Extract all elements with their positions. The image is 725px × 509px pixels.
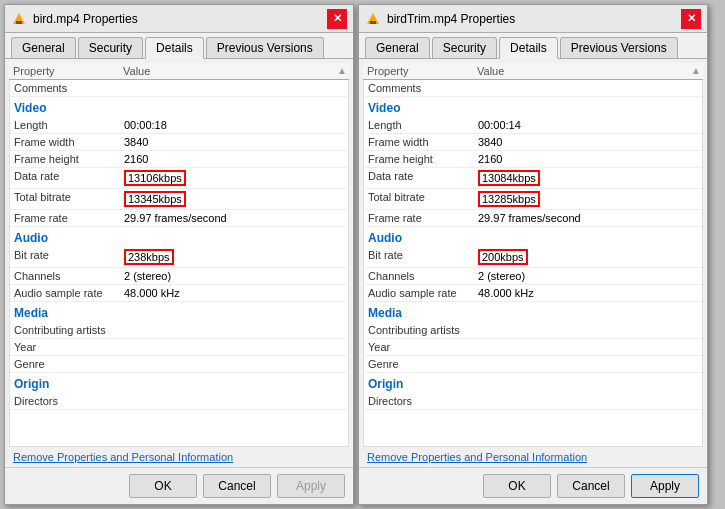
- row-frameheight-1: Frame height 2160: [10, 151, 348, 168]
- vlc-icon-1: [11, 11, 27, 27]
- tab-details-1[interactable]: Details: [145, 37, 204, 59]
- col-value-2: Value: [473, 63, 508, 79]
- row-channels-2: Channels 2 (stereo): [364, 268, 702, 285]
- title-bar-1: bird.mp4 Properties ✕: [5, 5, 353, 33]
- tab-prev-versions-2[interactable]: Previous Versions: [560, 37, 678, 58]
- svg-rect-1: [16, 21, 22, 24]
- row-directors-2: Directors: [364, 393, 702, 410]
- column-headers-1: Property Value ▲: [9, 63, 349, 80]
- dialog-title-2: birdTrim.mp4 Properties: [387, 12, 515, 26]
- close-button-2[interactable]: ✕: [681, 9, 701, 29]
- row-comments-2: Comments: [364, 80, 702, 97]
- totalbitrate-value-1: 13345kbps: [124, 191, 186, 207]
- row-artists-2: Contributing artists: [364, 322, 702, 339]
- col-value-1: Value: [119, 63, 154, 79]
- totalbitrate-value-2: 13285kbps: [478, 191, 540, 207]
- svg-rect-3: [370, 21, 376, 24]
- col-property-1: Property: [9, 63, 119, 79]
- title-bar-left-2: birdTrim.mp4 Properties: [365, 11, 515, 27]
- tab-security-2[interactable]: Security: [432, 37, 497, 58]
- datarate-value-1: 13106kbps: [124, 170, 186, 186]
- row-totalbitrate-2: Total bitrate 13285kbps: [364, 189, 702, 210]
- section-audio-2: Audio: [364, 227, 702, 247]
- close-button-1[interactable]: ✕: [327, 9, 347, 29]
- section-media-1: Media: [10, 302, 348, 322]
- dialog-title-1: bird.mp4 Properties: [33, 12, 138, 26]
- row-framewidth-2: Frame width 3840: [364, 134, 702, 151]
- row-comments-1: Comments: [10, 80, 348, 97]
- section-audio-1: Audio: [10, 227, 348, 247]
- remove-properties-link-1[interactable]: Remove Properties and Personal Informati…: [13, 451, 233, 463]
- tab-general-2[interactable]: General: [365, 37, 430, 58]
- title-bar-2: birdTrim.mp4 Properties ✕: [359, 5, 707, 33]
- row-framerate-2: Frame rate 29.97 frames/second: [364, 210, 702, 227]
- row-year-1: Year: [10, 339, 348, 356]
- row-framewidth-1: Frame width 3840: [10, 134, 348, 151]
- col-property-2: Property: [363, 63, 473, 79]
- row-directors-1: Directors: [10, 393, 348, 410]
- apply-button-1[interactable]: Apply: [277, 474, 345, 498]
- dialog-birdtrim: birdTrim.mp4 Properties ✕ General Securi…: [358, 4, 708, 505]
- tabs-1: General Security Details Previous Versio…: [5, 33, 353, 59]
- section-media-2: Media: [364, 302, 702, 322]
- dialog-bird: bird.mp4 Properties ✕ General Security D…: [4, 4, 354, 505]
- row-datarate-2: Data rate 13084kbps: [364, 168, 702, 189]
- column-headers-2: Property Value ▲: [363, 63, 703, 80]
- row-length-1: Length 00:00:18: [10, 117, 348, 134]
- row-year-2: Year: [364, 339, 702, 356]
- row-length-2: Length 00:00:14: [364, 117, 702, 134]
- title-bar-left-1: bird.mp4 Properties: [11, 11, 138, 27]
- properties-scroll-2[interactable]: Comments Video Length 00:00:14 Frame wid…: [363, 80, 703, 447]
- tab-general-1[interactable]: General: [11, 37, 76, 58]
- apply-button-2[interactable]: Apply: [631, 474, 699, 498]
- bitrate-value-2: 200kbps: [478, 249, 528, 265]
- section-origin-2: Origin: [364, 373, 702, 393]
- row-framerate-1: Frame rate 29.97 frames/second: [10, 210, 348, 227]
- tabs-2: General Security Details Previous Versio…: [359, 33, 707, 59]
- row-channels-1: Channels 2 (stereo): [10, 268, 348, 285]
- section-origin-1: Origin: [10, 373, 348, 393]
- tab-prev-versions-1[interactable]: Previous Versions: [206, 37, 324, 58]
- row-genre-1: Genre: [10, 356, 348, 373]
- ok-button-2[interactable]: OK: [483, 474, 551, 498]
- section-video-2: Video: [364, 97, 702, 117]
- row-frameheight-2: Frame height 2160: [364, 151, 702, 168]
- row-samplerate-2: Audio sample rate 48.000 kHz: [364, 285, 702, 302]
- cancel-button-2[interactable]: Cancel: [557, 474, 625, 498]
- tab-details-2[interactable]: Details: [499, 37, 558, 59]
- row-samplerate-1: Audio sample rate 48.000 kHz: [10, 285, 348, 302]
- datarate-value-2: 13084kbps: [478, 170, 540, 186]
- link-row-2: Remove Properties and Personal Informati…: [359, 447, 707, 467]
- button-row-1: OK Cancel Apply: [5, 467, 353, 504]
- row-bitrate-2: Bit rate 200kbps: [364, 247, 702, 268]
- row-genre-2: Genre: [364, 356, 702, 373]
- ok-button-1[interactable]: OK: [129, 474, 197, 498]
- remove-properties-link-2[interactable]: Remove Properties and Personal Informati…: [367, 451, 587, 463]
- tab-security-1[interactable]: Security: [78, 37, 143, 58]
- row-totalbitrate-1: Total bitrate 13345kbps: [10, 189, 348, 210]
- properties-scroll-1[interactable]: Comments Video Length 00:00:18 Frame wid…: [9, 80, 349, 447]
- cancel-button-1[interactable]: Cancel: [203, 474, 271, 498]
- row-datarate-1: Data rate 13106kbps: [10, 168, 348, 189]
- row-bitrate-1: Bit rate 238kbps: [10, 247, 348, 268]
- button-row-2: OK Cancel Apply: [359, 467, 707, 504]
- link-row-1: Remove Properties and Personal Informati…: [5, 447, 353, 467]
- section-video-1: Video: [10, 97, 348, 117]
- bitrate-value-1: 238kbps: [124, 249, 174, 265]
- vlc-icon-2: [365, 11, 381, 27]
- row-artists-1: Contributing artists: [10, 322, 348, 339]
